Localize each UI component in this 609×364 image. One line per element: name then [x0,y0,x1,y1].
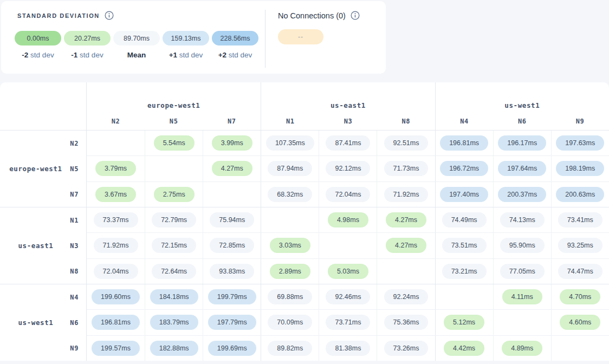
latency-pill[interactable]: 2.89ms [270,264,310,279]
latency-pill[interactable]: 196.81ms [92,315,140,330]
latency-pill[interactable]: 198.19ms [556,161,604,176]
latency-pill[interactable]: 197.79ms [208,315,256,330]
latency-pill[interactable]: 196.17ms [498,135,546,151]
row-group-cells: 199.60ms184.18ms199.79ms69.88ms92.46ms92… [87,284,609,361]
table-row: 196.81ms183.79ms197.79ms70.09ms73.71ms75… [87,309,609,335]
latency-pill[interactable]: 4.70ms [560,289,600,304]
latency-cell [493,310,551,335]
latency-pill[interactable]: 68.32ms [268,187,312,202]
latency-pill[interactable]: 69.88ms [268,289,312,304]
latency-pill[interactable]: 199.69ms [208,341,256,356]
latency-pill[interactable]: 72.64ms [152,264,196,279]
latency-pill[interactable]: 74.49ms [442,212,487,227]
latency-pill[interactable]: 71.73ms [384,161,429,176]
latency-pill[interactable]: 72.15ms [152,238,196,253]
latency-cell: 199.79ms [203,284,261,309]
latency-pill[interactable]: 73.41ms [558,212,602,227]
latency-pill[interactable]: 200.63ms [556,187,604,202]
info-icon[interactable] [105,11,114,20]
latency-pill[interactable]: 196.81ms [440,135,488,151]
latency-pill[interactable]: 3.79ms [95,161,136,176]
latency-pill[interactable]: 197.63ms [556,135,604,151]
latency-pill[interactable]: 4.27ms [386,238,426,253]
latency-pill[interactable]: 3.99ms [212,135,252,151]
latency-cell: 4.60ms [551,310,609,335]
latency-pill[interactable]: 5.12ms [444,315,484,330]
latency-pill[interactable]: 70.09ms [268,315,312,330]
latency-pill[interactable]: 183.79ms [150,315,198,330]
latency-pill[interactable]: 72.85ms [210,238,254,253]
latency-pill[interactable]: 107.35ms [266,135,314,151]
column-node-label: N4 [436,118,494,125]
latency-pill[interactable]: 87.41ms [326,135,370,151]
latency-cell: 92.24ms [377,284,435,309]
latency-pill[interactable]: 93.83ms [210,264,254,279]
latency-cell: 70.09ms [261,310,319,335]
latency-pill[interactable]: 199.79ms [208,289,256,304]
latency-pill[interactable]: 92.51ms [384,135,429,151]
std-dev-pill: 0.00ms [15,31,61,46]
latency-pill[interactable]: 75.94ms [210,212,254,227]
latency-cell: 92.46ms [319,284,377,309]
latency-pill[interactable]: 73.51ms [442,238,487,253]
latency-cell [145,156,203,181]
latency-pill[interactable]: 196.72ms [440,161,488,176]
std-dev-label-suffix: std dev [226,51,252,59]
column-node-label: N3 [319,118,377,125]
latency-pill[interactable]: 72.04ms [326,187,370,202]
latency-pill[interactable]: 77.05ms [500,264,545,279]
latency-pill[interactable]: 73.71ms [326,315,370,330]
latency-pill[interactable]: 4.98ms [328,212,368,227]
latency-cell: 196.72ms [435,156,493,181]
latency-pill[interactable]: 92.12ms [326,161,370,176]
latency-pill[interactable]: 4.27ms [212,161,252,176]
latency-pill[interactable]: 199.60ms [92,289,140,304]
latency-pill[interactable]: 197.64ms [498,161,546,176]
latency-pill[interactable]: 72.79ms [152,212,196,227]
std-dev-pill: 20.27ms [64,31,111,46]
latency-pill[interactable]: 4.60ms [560,315,600,330]
latency-pill[interactable]: 89.82ms [268,341,312,356]
latency-pill[interactable]: 93.25ms [558,238,602,253]
latency-pill[interactable]: 92.46ms [326,289,370,304]
column-nodes-row: N2N5N7 [87,118,261,125]
latency-pill[interactable]: 74.13ms [500,212,545,227]
latency-pill[interactable]: 3.67ms [95,187,136,202]
latency-pill[interactable]: 4.89ms [502,341,542,356]
latency-pill[interactable]: 182.88ms [150,341,198,356]
latency-pill[interactable]: 72.04ms [94,264,138,279]
latency-cell: 199.69ms [203,336,261,361]
latency-pill[interactable]: 3.03ms [270,238,310,253]
latency-cell: 4.70ms [551,284,609,309]
latency-pill[interactable]: 95.90ms [500,238,545,253]
column-node-label: N6 [493,118,551,125]
latency-pill[interactable]: 74.47ms [558,264,602,279]
latency-cell: 73.41ms [551,207,609,232]
latency-pill[interactable]: 71.92ms [94,238,138,253]
latency-cell: 196.17ms [493,131,551,155]
latency-pill[interactable]: 4.11ms [502,289,542,304]
latency-pill[interactable]: 71.92ms [384,187,429,202]
latency-pill[interactable]: 184.18ms [150,289,198,304]
latency-pill[interactable]: 92.24ms [384,289,429,304]
latency-pill[interactable]: 200.37ms [498,187,546,202]
latency-pill[interactable]: 5.03ms [328,264,368,279]
latency-pill[interactable]: 2.75ms [154,187,195,202]
latency-pill[interactable]: 73.37ms [94,212,138,227]
latency-pill[interactable]: 87.94ms [268,161,312,176]
latency-pill[interactable]: 73.26ms [384,341,429,356]
latency-cell: 72.04ms [319,182,377,207]
std-dev-label-prefix: +1 [169,51,177,59]
latency-pill[interactable]: 197.40ms [440,187,488,202]
latency-pill[interactable]: 4.27ms [386,212,426,227]
matrix-body: europe-west1N2N5N75.54ms3.99ms107.35ms87… [0,130,609,361]
latency-pill[interactable]: 81.38ms [326,341,370,356]
latency-pill[interactable]: 5.54ms [154,135,195,151]
latency-pill[interactable]: 4.42ms [444,341,484,356]
latency-pill[interactable]: 75.36ms [384,315,429,330]
latency-pill[interactable]: 199.57ms [92,341,140,356]
table-row: 3.79ms4.27ms87.94ms92.12ms71.73ms196.72m… [87,155,609,181]
latency-pill[interactable]: 73.21ms [442,264,487,279]
std-dev-item: 89.70msMean [113,31,160,59]
info-icon[interactable] [351,11,360,20]
